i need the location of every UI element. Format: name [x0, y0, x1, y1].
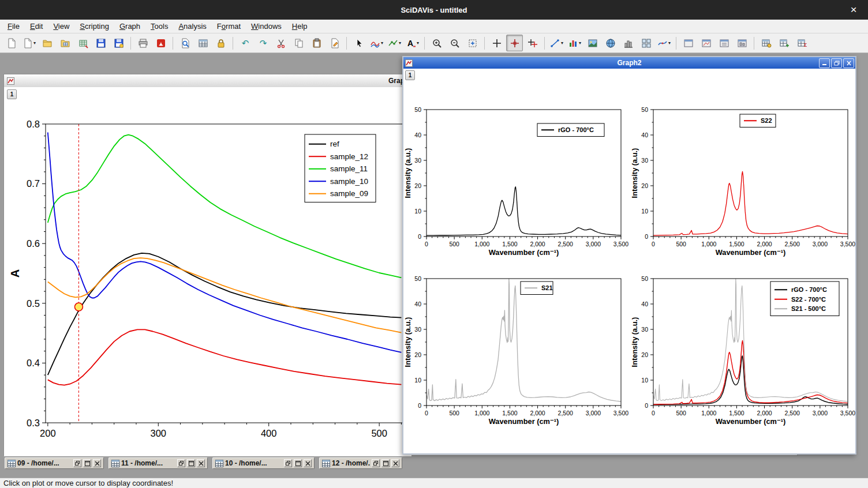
taskbar-item-11[interactable]: 11 - /home/...: [108, 457, 208, 469]
dropdown-arrow-icon[interactable]: ▾: [561, 40, 563, 46]
undo-icon[interactable]: ↶: [237, 35, 253, 51]
window-restore-button[interactable]: [73, 459, 81, 467]
svg-text:ref: ref: [330, 140, 339, 148]
layer-options-icon[interactable]: [734, 35, 750, 51]
new-project-icon[interactable]: [3, 35, 20, 51]
menu-format[interactable]: Format: [212, 20, 246, 33]
paste-icon[interactable]: [308, 35, 325, 51]
data-reader-icon[interactable]: [506, 35, 523, 51]
zoom-in-icon[interactable]: [428, 35, 445, 51]
graph2-titlebar[interactable]: Graph2: [403, 57, 855, 69]
open-project-icon[interactable]: [39, 35, 55, 51]
cut-icon[interactable]: [272, 35, 289, 51]
menu-edit[interactable]: Edit: [25, 20, 48, 33]
toolbar-separator: [346, 37, 347, 50]
select-range-icon[interactable]: [524, 35, 541, 51]
window-close-button[interactable]: [93, 459, 101, 467]
add-layer-icon[interactable]: [698, 35, 714, 51]
window-maximize-button[interactable]: [381, 459, 390, 467]
draw-line-icon[interactable]: ▾: [548, 35, 565, 51]
close-button[interactable]: ×: [845, 0, 862, 20]
graph2-plot-topleft[interactable]: 05001,0001,5002,0002,5003,0003,500010203…: [403, 89, 628, 268]
new-aspect-icon[interactable]: ▾: [21, 35, 38, 51]
redo-icon[interactable]: ↷: [255, 35, 271, 51]
menu-tools[interactable]: Tools: [145, 20, 173, 33]
dropdown-arrow-icon[interactable]: ▾: [33, 40, 36, 46]
window-maximize-button[interactable]: [83, 459, 91, 467]
dropdown-arrow-icon[interactable]: ▾: [399, 40, 401, 46]
layer-button[interactable]: 1: [405, 70, 415, 80]
svg-text:Intensity (a.u.): Intensity (a.u.): [403, 317, 412, 367]
graph2-plot-bottomright[interactable]: 05001,0001,5002,0002,5003,0003,500010203…: [630, 258, 855, 437]
window-restore-button[interactable]: [372, 459, 380, 467]
window-restore-button[interactable]: [284, 459, 292, 467]
svg-text:50: 50: [641, 275, 648, 282]
histogram-icon[interactable]: [620, 35, 637, 51]
print-icon[interactable]: [134, 35, 151, 51]
svg-text:3,500: 3,500: [613, 410, 628, 416]
copy-icon[interactable]: [290, 35, 307, 51]
restore-button[interactable]: [831, 58, 842, 68]
remove-layer-icon[interactable]: [716, 35, 732, 51]
pointer-icon[interactable]: [350, 35, 367, 51]
add-text-icon[interactable]: A▾: [404, 35, 421, 51]
graph2-plot-bottomleft[interactable]: 05001,0001,5002,0002,5003,0003,500010203…: [403, 258, 628, 437]
data-reader-marker[interactable]: [74, 303, 83, 311]
import-ascii-icon[interactable]: [74, 35, 91, 51]
new-table-icon[interactable]: [194, 35, 211, 51]
menu-view[interactable]: View: [48, 20, 74, 33]
export-pdf-icon[interactable]: [152, 35, 169, 51]
select-curve-icon[interactable]: ▾: [368, 35, 385, 51]
duplicate-window-icon[interactable]: [177, 35, 193, 51]
menu-graph[interactable]: Graph: [114, 20, 145, 33]
legend[interactable]: S22: [740, 114, 776, 127]
rescale-icon[interactable]: [464, 35, 481, 51]
window-close-button[interactable]: [197, 459, 205, 467]
taskbar-item-10[interactable]: 10 - /home/...: [212, 457, 315, 469]
taskbar-item-12[interactable]: 12 - /home/...: [319, 457, 402, 469]
legend[interactable]: rGO - 700°CS22 - 700°CS21 - 500°C: [770, 281, 839, 316]
graph2-window[interactable]: Graph2 1 05001,0001,5002,0002,5003,0003,…: [402, 56, 856, 455]
layer-button[interactable]: 1: [7, 89, 17, 99]
zoom-out-icon[interactable]: [446, 35, 463, 51]
window-restore-button[interactable]: [177, 459, 185, 467]
screen-reader-icon[interactable]: [488, 35, 505, 51]
panel-plot-icon[interactable]: [638, 35, 654, 51]
dropdown-arrow-icon[interactable]: ▾: [579, 40, 581, 46]
graph1-plot[interactable]: 2003004005000.30.40.50.60.70.8Arefsample…: [4, 87, 411, 456]
window-maximize-button[interactable]: [294, 459, 302, 467]
svg-text:50: 50: [414, 106, 421, 113]
dropdown-arrow-icon[interactable]: ▾: [417, 40, 419, 46]
edit-icon[interactable]: [326, 35, 343, 51]
menu-windows[interactable]: Windows: [246, 20, 287, 33]
save-template-icon[interactable]: [110, 35, 127, 51]
legend[interactable]: S21: [521, 281, 553, 295]
move-points-icon[interactable]: ▾: [386, 35, 403, 51]
plot-wizard-icon[interactable]: ▾: [566, 35, 583, 51]
menu-file[interactable]: File: [2, 20, 25, 33]
table-options-icon[interactable]: [758, 35, 775, 51]
window-close-button[interactable]: [304, 459, 312, 467]
legend[interactable]: rGO - 700°C: [537, 123, 604, 137]
graph2-plot-topright[interactable]: 05001,0001,5002,0002,5003,0003,500010203…: [630, 89, 855, 268]
taskbar-item-09[interactable]: 09 - /home/...: [5, 457, 104, 469]
menu-help[interactable]: Help: [287, 20, 313, 33]
legend[interactable]: refsample_12sample_11sample_10sample_09: [305, 134, 376, 202]
menu-scripting[interactable]: Scripting: [74, 20, 114, 33]
menu-analysis[interactable]: Analysis: [173, 20, 211, 33]
statistics-icon[interactable]: Σ: [794, 35, 810, 51]
save-project-icon[interactable]: [92, 35, 109, 51]
lock-icon[interactable]: [212, 35, 229, 51]
open-template-icon[interactable]: [57, 35, 73, 51]
minimize-button[interactable]: [819, 58, 830, 68]
dropdown-arrow-icon[interactable]: ▾: [668, 40, 671, 46]
add-column-icon[interactable]: [776, 35, 792, 51]
dropdown-arrow-icon[interactable]: ▾: [381, 40, 383, 46]
close-window-button[interactable]: [843, 58, 854, 68]
arrange-layers-icon[interactable]: [680, 35, 697, 51]
window-close-button[interactable]: [391, 459, 399, 467]
window-maximize-button[interactable]: [187, 459, 195, 467]
image-plot-icon[interactable]: [584, 35, 601, 51]
curve-tool-icon[interactable]: ▾: [656, 35, 672, 51]
plot-3d-icon[interactable]: [602, 35, 619, 51]
